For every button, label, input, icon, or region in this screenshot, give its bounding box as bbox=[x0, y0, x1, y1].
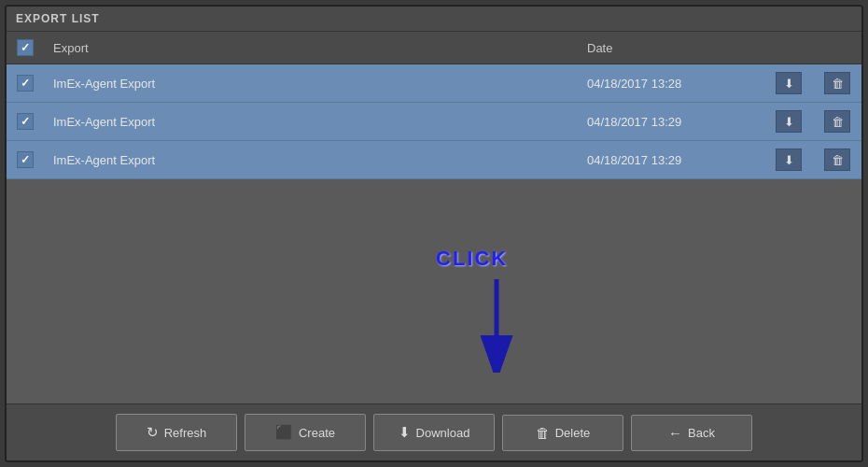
table-row: ImEx-Agent Export 04/18/2017 13:29 ⬇ 🗑 bbox=[7, 103, 861, 141]
header-date: Date bbox=[578, 32, 764, 64]
header-checkbox[interactable] bbox=[17, 39, 34, 56]
refresh-label: Refresh bbox=[164, 426, 207, 440]
table-container: Export Date ImEx-Agent Export 04/18/2017… bbox=[7, 32, 861, 403]
row-checkbox-cell bbox=[7, 141, 44, 179]
row-download-btn-2[interactable]: ⬇ bbox=[776, 149, 802, 171]
refresh-icon: ↻ bbox=[147, 424, 159, 441]
refresh-button[interactable]: ↻ Refresh bbox=[116, 414, 237, 451]
delete-button[interactable]: 🗑 Delete bbox=[502, 415, 623, 451]
row-export-name-0: ImEx-Agent Export bbox=[44, 64, 578, 103]
row-delete-cell-0: 🗑 bbox=[813, 64, 861, 103]
header-export: Export bbox=[44, 32, 578, 64]
download-icon: ⬇ bbox=[399, 424, 411, 441]
row-delete-btn-1[interactable]: 🗑 bbox=[824, 110, 850, 133]
row-checkbox-cell bbox=[7, 64, 44, 103]
row-delete-btn-2[interactable]: 🗑 bbox=[824, 149, 850, 171]
delete-label: Delete bbox=[555, 426, 591, 440]
download-button[interactable]: ⬇ Download bbox=[373, 414, 495, 451]
row-checkbox-2[interactable] bbox=[17, 151, 34, 168]
row-download-cell-1: ⬇ bbox=[764, 103, 813, 141]
row-delete-btn-0[interactable]: 🗑 bbox=[824, 72, 850, 94]
row-delete-cell-2: 🗑 bbox=[813, 141, 861, 179]
header-check-col bbox=[7, 32, 44, 64]
download-label: Download bbox=[416, 426, 470, 440]
footer: ↻ Refresh ⬛ Create ⬇ Download 🗑 Delete ←… bbox=[7, 403, 861, 460]
back-icon: ← bbox=[668, 425, 682, 441]
export-list-window: EXPORT LIST Export Date bbox=[5, 5, 863, 462]
row-delete-cell-1: 🗑 bbox=[813, 103, 861, 141]
header-delete-col bbox=[813, 32, 861, 64]
create-icon: ⬛ bbox=[275, 424, 293, 441]
export-table: Export Date ImEx-Agent Export 04/18/2017… bbox=[7, 32, 861, 179]
create-button[interactable]: ⬛ Create bbox=[245, 414, 366, 451]
row-download-btn-0[interactable]: ⬇ bbox=[776, 72, 802, 94]
table-row: ImEx-Agent Export 04/18/2017 13:29 ⬇ 🗑 bbox=[7, 141, 861, 179]
row-download-btn-1[interactable]: ⬇ bbox=[776, 110, 802, 133]
back-button[interactable]: ← Back bbox=[631, 415, 752, 451]
window-title: EXPORT LIST bbox=[7, 7, 861, 32]
row-download-cell-2: ⬇ bbox=[764, 141, 813, 179]
delete-icon: 🗑 bbox=[536, 425, 550, 441]
row-date-2: 04/18/2017 13:29 bbox=[578, 141, 764, 179]
row-checkbox-1[interactable] bbox=[17, 113, 34, 130]
row-checkbox-cell bbox=[7, 103, 44, 141]
row-download-cell-0: ⬇ bbox=[764, 64, 813, 103]
row-export-name-2: ImEx-Agent Export bbox=[44, 141, 578, 179]
row-checkbox-0[interactable] bbox=[17, 75, 34, 92]
back-label: Back bbox=[688, 426, 715, 440]
header-download-col bbox=[764, 32, 813, 64]
row-date-1: 04/18/2017 13:29 bbox=[578, 103, 764, 141]
table-row: ImEx-Agent Export 04/18/2017 13:28 ⬇ 🗑 bbox=[7, 64, 861, 103]
row-export-name-1: ImEx-Agent Export bbox=[44, 103, 578, 141]
content-area: Export Date ImEx-Agent Export 04/18/2017… bbox=[7, 32, 861, 403]
row-date-0: 04/18/2017 13:28 bbox=[578, 64, 764, 103]
create-label: Create bbox=[299, 426, 335, 440]
